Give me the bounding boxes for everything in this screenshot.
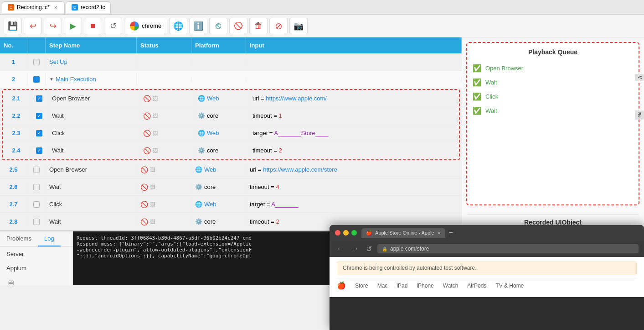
platform-label: Web <box>207 130 219 136</box>
row-checkbox[interactable] <box>33 76 40 83</box>
row-checkbox-cell[interactable] <box>27 199 46 210</box>
row-platform: 🌐 Web <box>191 198 246 210</box>
row-checkbox[interactable] <box>36 147 42 154</box>
redo-button[interactable]: ↩ <box>44 18 62 34</box>
row-checkbox-cell[interactable] <box>27 181 46 193</box>
maximize-window-button[interactable] <box>351 230 357 236</box>
globe-button[interactable]: 🌐 <box>169 18 187 34</box>
export-button[interactable]: ⎋ <box>209 18 227 34</box>
row-checkbox-cell[interactable] <box>30 93 48 105</box>
row-checkbox-cell[interactable] <box>30 110 48 122</box>
row-checkbox-cell[interactable] <box>30 145 48 157</box>
sidebar-item-server[interactable]: Server <box>0 247 72 261</box>
delete-button[interactable]: 🗑 <box>249 18 268 34</box>
tab-favicon-1: C <box>8 4 14 10</box>
status-icons: 🚫 🖼 <box>143 147 190 154</box>
forward-button[interactable]: → <box>350 245 361 253</box>
apple-nav-mac[interactable]: Mac <box>377 283 388 286</box>
row-checkbox-cell[interactable] <box>30 127 48 139</box>
browser-tab-close[interactable]: ✕ <box>437 230 441 236</box>
row-no: 2.6 <box>0 181 27 193</box>
status-icons: 🚫 🖼 <box>140 201 187 208</box>
apple-nav: 🍎 Store Mac iPad iPhone Watch AirPods TV… <box>337 278 637 285</box>
minimize-window-button[interactable] <box>343 230 349 236</box>
row-platform: 🌐 Web <box>191 163 246 176</box>
row-step-name: Click <box>48 127 139 139</box>
side-panel-controls-2: Re <box>635 110 644 120</box>
apple-nav-airpods[interactable]: AirPods <box>467 283 486 286</box>
close-window-button[interactable] <box>335 230 340 236</box>
platform-label: core <box>207 112 218 119</box>
stop-button[interactable]: ■ <box>84 18 102 34</box>
row-input: target = A_______ <box>246 198 462 210</box>
url-link[interactable]: https://www.apple.com/store <box>263 166 337 173</box>
core-icon: ⚙️ <box>195 218 202 225</box>
highlighted-rows-group: 2.1 Open Browser 🚫 🖼 🌐 W <box>2 89 460 160</box>
apple-nav-iphone[interactable]: iPhone <box>417 283 433 286</box>
row-checkbox[interactable] <box>33 219 40 225</box>
back-button[interactable]: ← <box>335 245 346 253</box>
row-input: target = A_______Store____ <box>249 127 459 139</box>
url-bar[interactable]: 🔒 apple.com/store <box>377 244 639 253</box>
tab-problems[interactable]: Problems <box>0 231 38 246</box>
row-status: 🚫 🖼 <box>139 127 194 140</box>
platform-label: Web <box>204 201 216 208</box>
new-tab-button[interactable]: + <box>447 229 455 237</box>
table-header: No. Step Name Status Platform Input <box>0 37 462 53</box>
chrome-button[interactable]: chrome <box>124 18 167 34</box>
row-checkbox-cell[interactable] <box>27 73 46 85</box>
apple-nav-watch[interactable]: Watch <box>443 283 459 286</box>
traffic-lights <box>335 230 357 236</box>
row-checkbox[interactable] <box>33 167 40 173</box>
sidebar-item-appium[interactable]: Appium <box>0 261 72 275</box>
camera-button[interactable]: 📷 <box>289 18 308 34</box>
apple-nav-tv[interactable]: TV & Home <box>495 283 524 286</box>
row-checkbox-cell[interactable] <box>27 164 46 176</box>
row-platform: 🌐 Web <box>194 92 249 105</box>
row-checkbox[interactable] <box>33 201 40 208</box>
col-header-platform: Platform <box>191 37 246 53</box>
automation-notice: Chrome is being controlled by automated … <box>337 262 637 274</box>
ban-icon: 🚫 <box>140 166 148 173</box>
reload-button[interactable]: ↺ <box>364 245 374 253</box>
apple-nav-store[interactable]: Store <box>355 283 368 286</box>
expand-arrow-icon[interactable]: ▼ <box>49 77 54 82</box>
info-button[interactable]: ℹ️ <box>189 18 207 34</box>
undo-button[interactable]: ↩ <box>24 18 42 34</box>
row-checkbox[interactable] <box>36 130 42 136</box>
refresh-button[interactable]: ↺ <box>104 18 122 34</box>
tab-recording[interactable]: C Recording.tc* ✕ <box>2 1 65 13</box>
row-platform: ⚙️ core <box>194 144 249 157</box>
url-link[interactable]: https://www.apple.com/ <box>266 95 327 102</box>
ban-button[interactable]: ⊘ <box>269 18 288 34</box>
row-checkbox[interactable] <box>36 95 42 102</box>
browser-titlebar: 🍎 Apple Store Online - Apple ✕ + <box>330 225 644 241</box>
row-checkbox[interactable] <box>36 113 42 119</box>
tab-log[interactable]: Log <box>38 231 61 246</box>
apple-nav-ipad[interactable]: iPad <box>397 283 407 286</box>
eye-button[interactable]: 🚫 <box>229 18 247 34</box>
row-checkbox-cell[interactable] <box>27 56 46 68</box>
row-checkbox[interactable] <box>33 59 40 65</box>
playback-queue-title: Playback Queue <box>473 48 633 56</box>
browser-tab[interactable]: 🍎 Apple Store Online - Apple ✕ <box>361 228 445 238</box>
row-step-name: ▼ Main Execution <box>46 73 137 85</box>
row-checkbox[interactable] <box>33 184 40 190</box>
platform-badge: 🌐 Web <box>195 166 242 173</box>
save-button[interactable]: 💾 <box>4 18 22 34</box>
tab-record2[interactable]: C record2.tc <box>66 1 111 13</box>
row-platform: ⚙️ core <box>191 215 246 228</box>
ban-icon: 🚫 <box>143 147 151 154</box>
platform-badge: 🌐 Web <box>195 201 242 208</box>
bottom-tab-bar: Problems Log <box>0 231 72 247</box>
table-row: 2.3 Click 🚫 🖼 🌐 Web <box>3 125 459 142</box>
row-checkbox-cell[interactable] <box>27 216 46 228</box>
status-icons: 🚫 🖼 <box>143 112 190 120</box>
image-icon: 🖼 <box>153 130 158 136</box>
table-row: 1 Set Up <box>0 53 462 71</box>
core-icon: ⚙️ <box>198 147 205 154</box>
tab-close-1[interactable]: ✕ <box>52 4 59 10</box>
check-circle-icon: ✅ <box>473 106 482 115</box>
play-button[interactable]: ▶ <box>64 18 82 34</box>
table-row: 2 ▼ Main Execution <box>0 71 462 88</box>
